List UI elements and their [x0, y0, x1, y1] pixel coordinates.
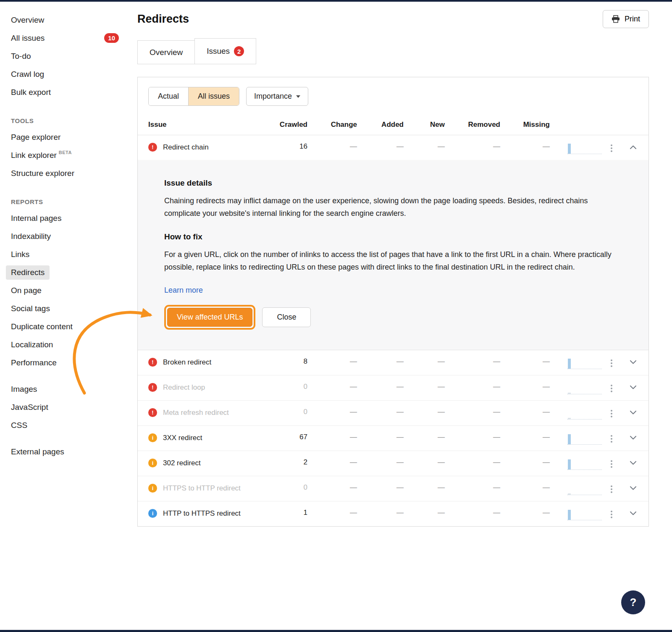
- annotation-highlight: View affected URLs: [164, 305, 255, 330]
- trend-sparkline: [567, 483, 602, 495]
- printer-icon: [612, 15, 620, 23]
- sidebar-item-performance[interactable]: Performance: [0, 354, 132, 372]
- issue-detail-panel: Issue details Chaining redirects may inf…: [138, 160, 648, 350]
- issues-count-badge: 2: [234, 46, 244, 56]
- row-menu-button[interactable]: [602, 458, 621, 462]
- added-value: —: [357, 433, 404, 441]
- trend-sparkline: [567, 383, 602, 394]
- row-menu-button[interactable]: [602, 509, 621, 512]
- filter-bar: Actual All issues Importance: [138, 77, 648, 115]
- issue-name[interactable]: Redirect chain: [163, 142, 209, 152]
- main-content: Redirects Print Overview Issues 2 Actual: [137, 0, 649, 527]
- sidebar-item-css[interactable]: CSS: [0, 416, 132, 434]
- expand-chevron-icon[interactable]: [621, 433, 638, 440]
- issue-name[interactable]: 302 redirect: [163, 458, 201, 468]
- expand-chevron-icon[interactable]: [621, 357, 638, 364]
- removed-value: —: [445, 433, 500, 441]
- sidebar-item-links[interactable]: Links: [0, 245, 132, 263]
- crawled-count[interactable]: 0: [274, 408, 307, 416]
- trend-sparkline: [567, 433, 602, 445]
- change-value: —: [307, 142, 357, 151]
- sidebar-item-social-tags[interactable]: Social tags: [0, 299, 132, 317]
- issue-name[interactable]: HTTP to HTTPS redirect: [163, 509, 241, 518]
- tab-issues[interactable]: Issues 2: [194, 38, 256, 64]
- sidebar-item-todo[interactable]: To-do: [0, 47, 132, 65]
- issue-name[interactable]: Meta refresh redirect: [163, 408, 229, 417]
- sidebar-item-images[interactable]: Images: [0, 380, 132, 398]
- sidebar-item-link-explorer[interactable]: Link explorer BETA: [0, 146, 132, 164]
- sidebar-item-internal-pages[interactable]: Internal pages: [0, 209, 132, 227]
- filter-actual[interactable]: Actual: [149, 87, 188, 105]
- sidebar-item-structure-explorer[interactable]: Structure explorer: [0, 164, 132, 182]
- sidebar-item-external-pages[interactable]: External pages: [0, 443, 132, 461]
- view-affected-urls-button[interactable]: View affected URLs: [167, 308, 252, 327]
- added-value: —: [357, 483, 404, 492]
- new-value: —: [404, 458, 445, 467]
- missing-value: —: [500, 408, 550, 416]
- print-button[interactable]: Print: [603, 10, 649, 28]
- sidebar-item-localization[interactable]: Localization: [0, 336, 132, 354]
- sidebar-section-reports: REPORTS: [0, 194, 132, 209]
- issue-name[interactable]: HTTPS to HTTP redirect: [163, 483, 241, 493]
- table-row: ! Broken redirect 8 — — — — —: [138, 350, 648, 375]
- warning-icon: i: [148, 433, 157, 442]
- crawled-count[interactable]: 16: [274, 142, 307, 151]
- crawled-count[interactable]: 1: [274, 509, 307, 517]
- close-button[interactable]: Close: [262, 307, 311, 327]
- crawled-count[interactable]: 2: [274, 458, 307, 467]
- crawled-count[interactable]: 67: [274, 433, 307, 441]
- crawled-count[interactable]: 0: [274, 383, 307, 391]
- trend-sparkline: [567, 142, 602, 154]
- sidebar-item-overview[interactable]: Overview: [0, 11, 132, 29]
- sidebar-item-redirects[interactable]: Redirects: [0, 263, 132, 281]
- trend-sparkline: [567, 458, 602, 470]
- sidebar-item-indexability[interactable]: Indexability: [0, 227, 132, 245]
- expand-chevron-icon[interactable]: [621, 458, 638, 465]
- sidebar-item-javascript[interactable]: JavaScript: [0, 398, 132, 416]
- row-menu-button[interactable]: [602, 408, 621, 412]
- page-title: Redirects: [137, 13, 189, 26]
- issue-details-text: Chaining redirects may inflict damage on…: [164, 194, 615, 220]
- row-menu-button[interactable]: [602, 483, 621, 487]
- expand-chevron-icon[interactable]: [621, 483, 638, 490]
- row-menu-button[interactable]: [602, 383, 621, 386]
- sidebar-item-all-issues[interactable]: All issues 10: [0, 29, 132, 47]
- expand-chevron-icon[interactable]: [621, 509, 638, 515]
- missing-value: —: [500, 357, 550, 366]
- sidebar-item-on-page[interactable]: On page: [0, 281, 132, 299]
- issues-panel: Actual All issues Importance Issue Crawl…: [137, 77, 649, 527]
- row-menu-button[interactable]: [602, 433, 621, 437]
- issue-name[interactable]: Broken redirect: [163, 357, 211, 367]
- sidebar-item-bulk-export[interactable]: Bulk export: [0, 83, 132, 101]
- change-value: —: [307, 509, 357, 517]
- row-menu-button[interactable]: [602, 142, 621, 146]
- removed-value: —: [445, 357, 500, 366]
- sidebar-item-duplicate-content[interactable]: Duplicate content: [0, 317, 132, 336]
- learn-more-link[interactable]: Learn more: [164, 286, 203, 295]
- removed-value: —: [445, 408, 500, 416]
- crawled-count[interactable]: 8: [274, 357, 307, 366]
- importance-dropdown[interactable]: Importance: [246, 87, 308, 106]
- crawled-count[interactable]: 0: [274, 483, 307, 492]
- expand-chevron-icon[interactable]: [621, 408, 638, 414]
- issue-name[interactable]: 3XX redirect: [163, 433, 202, 443]
- trend-sparkline: [567, 408, 602, 420]
- added-value: —: [357, 142, 404, 151]
- col-missing: Missing: [500, 121, 550, 129]
- expand-chevron-icon[interactable]: [621, 383, 638, 389]
- sidebar-item-crawl-log[interactable]: Crawl log: [0, 65, 132, 83]
- table-row: i HTTP to HTTPS redirect 1 — — — — —: [138, 501, 648, 526]
- issue-name[interactable]: Redirect loop: [163, 383, 205, 392]
- sidebar-item-page-explorer[interactable]: Page explorer: [0, 128, 132, 146]
- filter-all-issues[interactable]: All issues: [188, 87, 239, 105]
- warning-icon: i: [148, 459, 157, 467]
- table-row: i 302 redirect 2 — — — — —: [138, 451, 648, 476]
- help-button[interactable]: ?: [621, 590, 645, 614]
- new-value: —: [404, 142, 445, 151]
- new-value: —: [404, 483, 445, 492]
- collapse-chevron-icon[interactable]: [621, 142, 638, 149]
- col-added: Added: [357, 121, 404, 129]
- tab-overview[interactable]: Overview: [137, 40, 195, 64]
- row-menu-button[interactable]: [602, 357, 621, 361]
- window-bottom-edge: [0, 630, 672, 632]
